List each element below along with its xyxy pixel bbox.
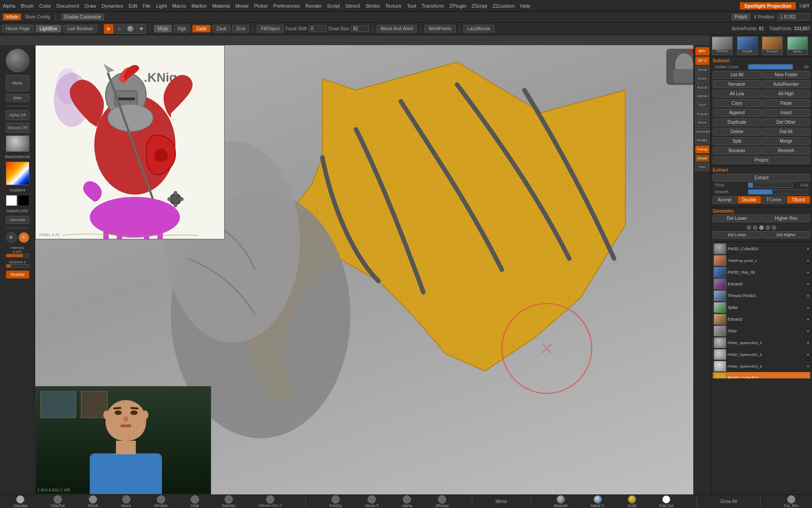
- menu-draw[interactable]: Draw: [84, 3, 96, 9]
- tool-thumb-8[interactable]: Spike: [787, 36, 808, 55]
- inflate-button[interactable]: Inflate: [3, 14, 21, 20]
- rename-btn[interactable]: Rename: [713, 80, 761, 88]
- del-higher-btn[interactable]: Del Higher: [762, 231, 810, 238]
- mrgb-btn[interactable]: Mrgb: [154, 25, 172, 33]
- spotlight-indicator[interactable]: Spotlight Projection: [740, 2, 796, 9]
- nav-zoom-btn[interactable]: Zoom: [695, 75, 710, 83]
- nav-move-btn[interactable]: Move: [695, 119, 710, 127]
- del-lower-btn2[interactable]: Del Lower: [713, 231, 761, 238]
- draw-size-input[interactable]: [351, 25, 369, 32]
- nav-bpr-btn[interactable]: BPr: [695, 47, 710, 56]
- ambient-slider[interactable]: [6, 264, 29, 268]
- nav-turp-btn[interactable]: TurP: [695, 101, 710, 109]
- zmodel-brush-btn[interactable]: ZModel Orb_C: [258, 495, 282, 508]
- move-tool-indicator[interactable]: Move: [6, 75, 29, 91]
- menu-stencil[interactable]: Stencil: [345, 3, 360, 9]
- menu-script[interactable]: Script: [327, 3, 340, 9]
- tool-thumb-7[interactable]: Extract: [762, 36, 783, 55]
- higher-res-btn[interactable]: Higher Res: [762, 214, 810, 222]
- menu-render[interactable]: Render: [305, 3, 322, 9]
- double-btn[interactable]: Double: [738, 196, 761, 204]
- subtool-item-extract3[interactable]: Extract3 ●: [713, 278, 810, 290]
- del-other-btn[interactable]: Del Other: [762, 118, 810, 126]
- lower-res-btn[interactable]: Del Lower: [713, 214, 761, 222]
- zretop-brush-btn[interactable]: ZRetop: [435, 495, 449, 508]
- extract-btn[interactable]: Extract: [713, 174, 810, 182]
- subdiv-dot-3[interactable]: [759, 225, 764, 230]
- lightbox-tab[interactable]: LightBox: [36, 25, 61, 33]
- subtool-item-spike[interactable]: Spike ●: [713, 302, 810, 313]
- subtool-item-sphere8[interactable]: PM3D_Sphere3D1_8 ●: [713, 360, 810, 372]
- accept-btn[interactable]: Accept: [713, 196, 737, 204]
- menu-file[interactable]: File: [143, 3, 151, 9]
- menu-zzcustom[interactable]: ZZcustom: [493, 3, 515, 9]
- subtool-item-tpose2[interactable]: TPose2 PM3D1 ●: [713, 290, 810, 302]
- pinch-brush-btn[interactable]: Pinch: [88, 495, 98, 508]
- texture-off-btn[interactable]: Texture Off: [6, 123, 29, 133]
- move-brush-btn[interactable]: Move: [121, 495, 131, 508]
- insert-btn[interactable]: Insert: [762, 109, 810, 117]
- thick-slider[interactable]: [748, 182, 793, 188]
- tool-thumb-5[interactable]: PM3D3: [712, 36, 733, 55]
- x-position-input[interactable]: [778, 14, 809, 20]
- menu-tool[interactable]: Tool: [407, 3, 416, 9]
- list-all-btn[interactable]: List All: [713, 71, 761, 79]
- menu-picker[interactable]: Picker: [254, 3, 268, 9]
- copy-btn[interactable]: Copy: [713, 99, 761, 107]
- gold-material-btn[interactable]: Gold: [627, 495, 636, 508]
- delete-btn[interactable]: Delete: [713, 128, 761, 135]
- append-btn[interactable]: Append: [713, 109, 761, 117]
- trimdy-brush-btn[interactable]: TrimDy: [329, 495, 342, 508]
- smooth-slider[interactable]: [748, 189, 808, 195]
- menu-zscript[interactable]: ZScript: [471, 3, 487, 9]
- subdiv-dot-5[interactable]: [772, 225, 776, 230]
- home-page-tab[interactable]: Home Page: [2, 25, 34, 33]
- polish-button[interactable]: Polish: [732, 14, 750, 20]
- weld-points-btn[interactable]: WeldPoints: [424, 25, 455, 33]
- metalc-material-btn[interactable]: Metal C: [591, 495, 604, 508]
- alpha-off-btn[interactable]: Alpha Off: [6, 110, 29, 120]
- subtool-item-tmmpoly[interactable]: TMMPoly pm3d_s ●: [713, 255, 810, 266]
- menu-stroke[interactable]: Stroke: [365, 3, 380, 9]
- nav-solo-btn[interactable]: Solo: [695, 163, 710, 171]
- rgb-btn[interactable]: Rgb: [174, 25, 190, 33]
- nav-aahal-btn[interactable]: AAHal: [695, 92, 710, 100]
- grow-all-btn[interactable]: Grow All: [720, 499, 737, 504]
- menu-help[interactable]: Help: [520, 3, 531, 9]
- menu-edit[interactable]: Edit: [129, 3, 137, 9]
- subtool-item-sphere5[interactable]: PM3D_Sphere3D1_5 ●: [713, 337, 810, 349]
- nav-zoom3d-btn[interactable]: Zoom3D: [695, 128, 710, 136]
- menu-color[interactable]: Color: [39, 3, 51, 9]
- nav-frame-btn[interactable]: Frame: [695, 110, 710, 118]
- tbond-btn[interactable]: TBond: [787, 196, 811, 204]
- subdiv-dot-4[interactable]: [766, 225, 770, 230]
- subdiv-dot-2[interactable]: [753, 225, 757, 230]
- draw-tool-btn[interactable]: D: [104, 24, 114, 34]
- dal-all-btn[interactable]: Dal All: [762, 128, 810, 135]
- menu-transform[interactable]: Transform: [421, 3, 444, 9]
- light-off-icon[interactable]: ☀: [6, 232, 17, 243]
- alt-tool-btn[interactable]: ◇: [115, 24, 125, 34]
- menu-alpha[interactable]: Alpha: [3, 3, 15, 9]
- alternate-btn[interactable]: Alternate: [6, 216, 29, 224]
- mirror-weld-btn[interactable]: Mirror And Weld: [377, 25, 417, 33]
- dots-indicator[interactable]: Dots: [6, 94, 29, 102]
- subtool-item-floor[interactable]: Floor ●: [713, 325, 810, 337]
- nav-ghost-btn[interactable]: Ghost: [695, 154, 710, 163]
- intensity-slider[interactable]: [6, 254, 29, 257]
- menu-marker[interactable]: Marker: [191, 3, 207, 9]
- flatcol-material-btn[interactable]: Flat Col: [660, 495, 674, 508]
- nav-rotate-btn[interactable]: Rotate: [695, 136, 710, 144]
- menu-preferences[interactable]: Preferences: [273, 3, 300, 9]
- move-tool-btn[interactable]: ✥: [136, 24, 146, 34]
- menu-brush[interactable]: Brush: [21, 3, 34, 9]
- shadow-btn[interactable]: Shadow: [6, 270, 29, 279]
- split-btn[interactable]: Split: [713, 137, 761, 145]
- fur-bru-btn[interactable]: Fur_Bru: [784, 495, 799, 508]
- visible-count-slider[interactable]: [748, 64, 793, 70]
- boolean-btn[interactable]: Boolean: [713, 147, 761, 154]
- zcut-btn[interactable]: Zcut: [232, 25, 249, 33]
- basic-material-swatch[interactable]: [6, 135, 29, 152]
- nav-sp3-btn[interactable]: SP 3: [695, 56, 710, 65]
- inflate-brush-btn[interactable]: Infat: [191, 495, 199, 508]
